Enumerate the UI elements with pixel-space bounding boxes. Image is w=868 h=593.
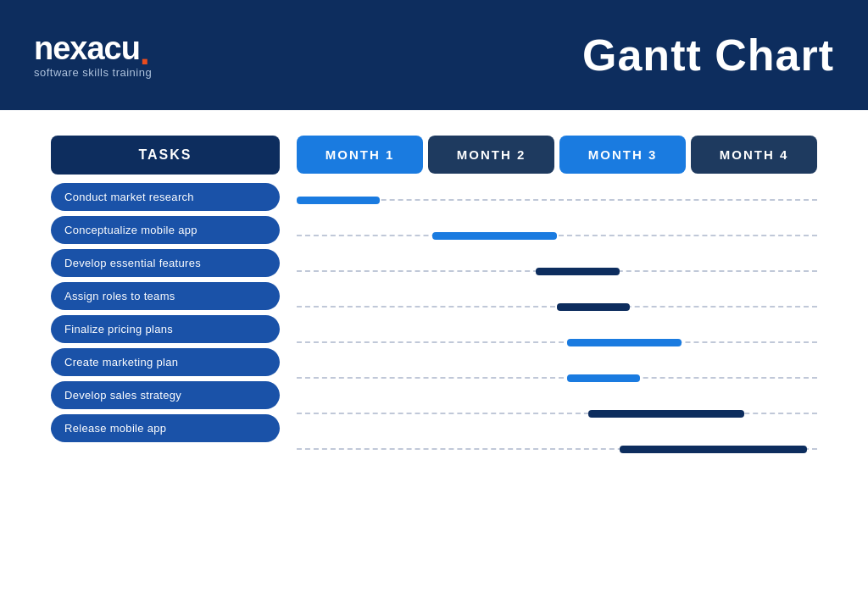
task-item: Finalize pricing plans — [51, 315, 280, 343]
logo-area: nexacu. software skills training — [34, 32, 152, 79]
task-item: Create marketing plan — [51, 348, 280, 376]
task-item: Develop sales strategy — [51, 381, 280, 409]
gantt-row-bg — [297, 377, 817, 379]
task-item: Develop essential features — [51, 249, 280, 277]
gantt-bar-6 — [567, 374, 640, 382]
gantt-bar-7 — [588, 410, 744, 418]
task-list: Conduct market researchConceptualize mob… — [51, 183, 280, 442]
logo-n: n — [34, 30, 53, 66]
gantt-bar-1 — [297, 197, 380, 204]
logo-exacu: exacu — [53, 30, 140, 66]
task-item: Release mobile app — [51, 414, 280, 442]
month-header-1: MONTH 1 — [297, 136, 423, 174]
tasks-header: TASKS — [51, 136, 280, 175]
month-header-4: MONTH 4 — [691, 136, 817, 174]
page-title: Gantt Chart — [582, 30, 834, 80]
gantt-rows — [297, 182, 817, 467]
logo-text: nexacu. — [34, 32, 152, 64]
gantt-bar-3 — [536, 268, 619, 275]
gantt-bar-8 — [620, 446, 807, 453]
gantt-row-6 — [297, 360, 817, 396]
gantt-row-3 — [297, 253, 817, 289]
month-header-3: MONTH 3 — [559, 136, 686, 174]
gantt-bar-4 — [557, 303, 630, 311]
chart-column: MONTH 1MONTH 2MONTH 3MONTH 4 — [297, 136, 817, 467]
gantt-row-5 — [297, 324, 817, 360]
gantt-row-1 — [297, 182, 817, 218]
header: nexacu. software skills training Gantt C… — [0, 0, 868, 110]
gantt-container: TASKS Conduct market researchConceptuali… — [51, 136, 817, 467]
gantt-row-8 — [297, 431, 817, 467]
gantt-row-bg — [297, 235, 817, 236]
task-item: Assign roles to teams — [51, 282, 280, 310]
gantt-bar-2 — [432, 232, 557, 240]
task-item: Conceptualize mobile app — [51, 216, 280, 244]
gantt-row-4 — [297, 289, 817, 324]
gantt-bar-5 — [567, 339, 682, 346]
gantt-row-7 — [297, 396, 817, 431]
gantt-row-2 — [297, 218, 817, 253]
months-row: MONTH 1MONTH 2MONTH 3MONTH 4 — [297, 136, 817, 174]
task-item: Conduct market research — [51, 183, 280, 211]
logo-subtitle: software skills training — [34, 66, 152, 79]
month-header-2: MONTH 2 — [428, 136, 554, 174]
tasks-column: TASKS Conduct market researchConceptuali… — [51, 136, 280, 447]
gantt-row-bg — [297, 341, 817, 343]
main-content: TASKS Conduct market researchConceptuali… — [0, 110, 868, 484]
